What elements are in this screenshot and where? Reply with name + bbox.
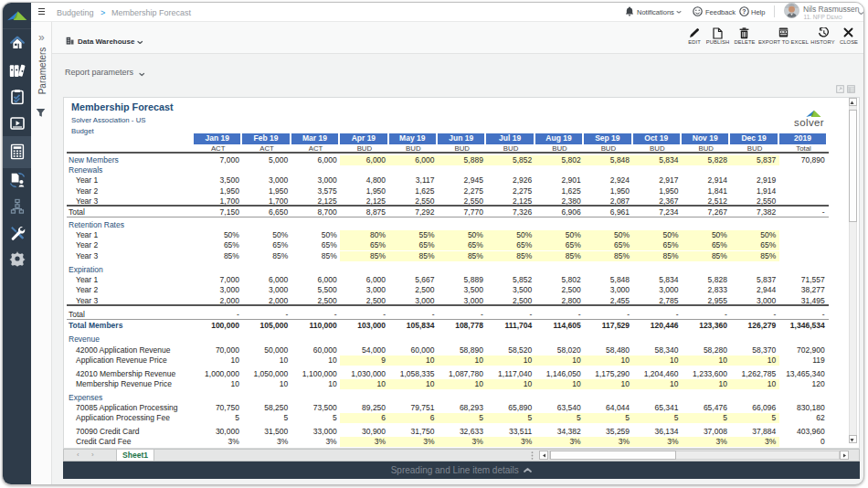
svg-text:?: ? [742, 8, 746, 15]
